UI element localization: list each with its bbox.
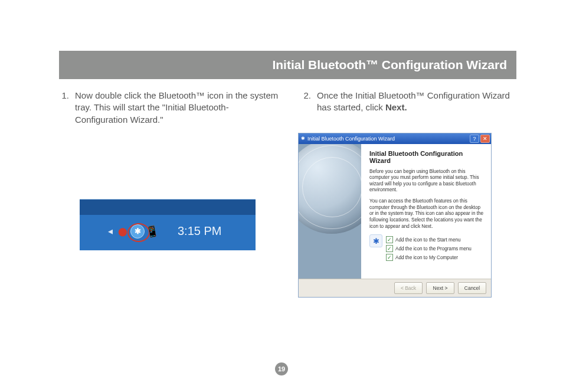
right-column: 2. Once the Initial Bluetooth™ Configura…: [298, 90, 521, 298]
checkbox-label: Add the icon to the Programs menu: [395, 246, 472, 251]
checkbox-programs-menu[interactable]: ✓ Add the icon to the Programs menu: [386, 245, 472, 252]
checkbox-icon: ✓: [386, 245, 393, 252]
section-title: Initial Bluetooth™ Configuration Wizard: [272, 58, 507, 72]
left-column: 1. Now double click the Bluetooth™ icon …: [56, 90, 279, 298]
wizard-dialog: ✱ Initial Bluetooth Configuration Wizard…: [298, 133, 492, 298]
checkbox-icon: ✓: [386, 254, 393, 261]
step-1-number: 1.: [56, 90, 69, 126]
step-1-text: Now double click the Bluetooth™ icon in …: [75, 90, 279, 126]
back-button: < Back: [394, 282, 423, 294]
dialog-footer: < Back Next > Cancel: [299, 279, 491, 297]
close-button[interactable]: ✕: [480, 135, 490, 143]
help-button[interactable]: ?: [470, 135, 479, 143]
step-2-text: Once the Initial Bluetooth™ Configuratio…: [317, 90, 521, 114]
dialog-titlebar: ✱ Initial Bluetooth Configuration Wizard…: [299, 133, 491, 144]
checkbox-group: ✱ ✓ Add the icon to the Start menu ✓ Add…: [369, 234, 484, 263]
figure-wizard-dialog: ✱ Initial Bluetooth Configuration Wizard…: [298, 133, 521, 298]
dialog-body: Initial Bluetooth Configuration Wizard B…: [299, 144, 491, 279]
dialog-sidebar-art: [299, 144, 361, 279]
bluetooth-icon[interactable]: ✱: [130, 224, 145, 239]
dialog-title-icon: ✱: [301, 136, 305, 141]
systray-mock: ◂ ⬤ ✱ 📱 3:15 PM: [80, 199, 256, 250]
step-2-number: 2.: [298, 90, 311, 114]
shield-icon: ⬤: [116, 225, 129, 238]
checkbox-my-computer[interactable]: ✓ Add the icon to My Computer: [386, 254, 472, 261]
globe-icon: [299, 144, 361, 234]
dialog-para-1: Before you can begin using Bluetooth on …: [369, 169, 484, 194]
next-button[interactable]: Next >: [426, 282, 454, 294]
checkbox-start-menu[interactable]: ✓ Add the icon to the Start menu: [386, 236, 472, 243]
tray-icons: ◂ ⬤ ✱ 📱 3:15 PM: [108, 220, 221, 243]
content-columns: 1. Now double click the Bluetooth™ icon …: [56, 90, 522, 298]
checkbox-label: Add the icon to My Computer: [395, 255, 458, 260]
dialog-content: Initial Bluetooth Configuration Wizard B…: [361, 144, 491, 279]
cancel-button[interactable]: Cancel: [458, 282, 486, 294]
tray-expand-icon: ◂: [108, 226, 113, 237]
figure-systray: ◂ ⬤ ✱ 📱 3:15 PM: [80, 199, 279, 250]
step-2: 2. Once the Initial Bluetooth™ Configura…: [298, 90, 521, 114]
dialog-heading: Initial Bluetooth Configuration Wizard: [369, 150, 484, 164]
page-number: 19: [275, 362, 288, 375]
section-header: Initial Bluetooth™ Configuration Wizard: [59, 51, 516, 79]
bluetooth-small-icon: ✱: [369, 234, 382, 247]
checkbox-label: Add the icon to the Start menu: [395, 237, 461, 243]
dialog-para-2: You can access the Bluetooth features on…: [369, 198, 484, 230]
checkbox-icon: ✓: [386, 236, 393, 243]
dialog-title: Initial Bluetooth Configuration Wizard: [307, 136, 395, 142]
phone-icon: 📱: [145, 224, 159, 239]
tray-clock: 3:15 PM: [178, 224, 221, 238]
step-1: 1. Now double click the Bluetooth™ icon …: [56, 90, 279, 126]
